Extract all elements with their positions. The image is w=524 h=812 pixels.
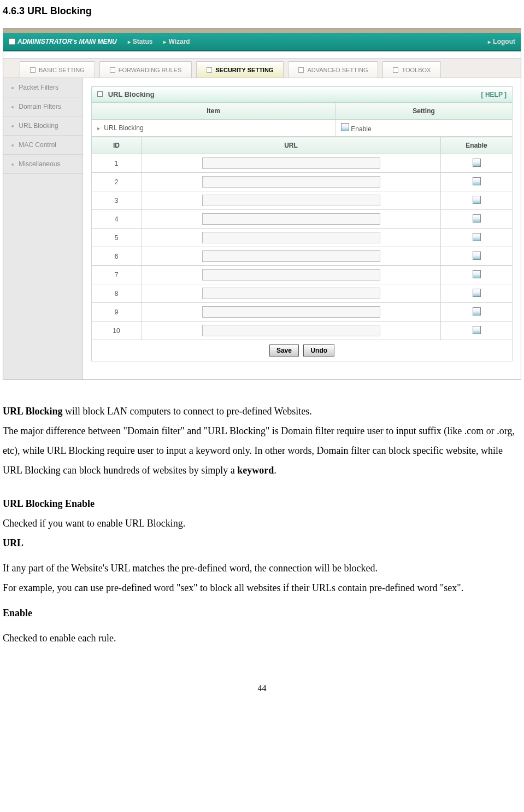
rule-row: 9: [92, 303, 513, 322]
bullet-icon: [11, 144, 14, 147]
sidebar-item-url-blocking[interactable]: URL Blocking: [3, 116, 83, 136]
col-id: ID: [92, 137, 142, 154]
rule-url-cell: [142, 284, 441, 303]
page-heading: 4.6.3 URL Blocking: [0, 0, 524, 22]
rule-id: 3: [92, 191, 142, 210]
enable-checkbox[interactable]: [473, 307, 481, 316]
main-menu-title: ADMINISTRATOR's MAIN MENU: [9, 38, 117, 45]
enable-checkbox[interactable]: [473, 214, 481, 223]
rule-enable-cell: [441, 154, 513, 173]
page-number: 44: [0, 684, 524, 693]
enable-checkbox[interactable]: [473, 289, 481, 297]
enable-checkbox[interactable]: [473, 326, 481, 334]
save-button[interactable]: Save: [269, 344, 299, 357]
url-input[interactable]: [202, 195, 380, 206]
tab-bar: BASIC SETTING FORWARDING RULES SECURITY …: [3, 58, 521, 78]
sidebar-item-mac-control[interactable]: MAC Control: [3, 136, 83, 155]
rule-id: 2: [92, 173, 142, 191]
rule-row: 6: [92, 247, 513, 266]
enable-checkbox[interactable]: [341, 123, 349, 131]
url-input[interactable]: [202, 157, 380, 169]
menu-wizard[interactable]: ▸ Wizard: [163, 38, 190, 45]
sidebar-item-miscellaneous[interactable]: Miscellaneous: [3, 155, 83, 174]
tab-icon: [110, 67, 115, 73]
rule-url-cell: [142, 229, 441, 247]
menu-logout[interactable]: ▸ Logout: [488, 38, 515, 45]
documentation-text: URL Blocking will block LAN computers to…: [0, 396, 524, 667]
tab-forwarding-rules[interactable]: FORWARDING RULES: [99, 61, 192, 78]
settings-table: Item Setting ▸ URL Blocking Enable: [91, 102, 513, 137]
enable-checkbox[interactable]: [473, 177, 481, 185]
rule-row: 1: [92, 154, 513, 173]
sidebar: Packet Filters Domain Filters URL Blocki…: [3, 78, 83, 379]
sidebar-item-domain-filters[interactable]: Domain Filters: [3, 97, 83, 116]
url-input[interactable]: [202, 213, 380, 225]
rule-url-cell: [142, 322, 441, 340]
url-input[interactable]: [202, 176, 380, 188]
rule-enable-cell: [441, 284, 513, 303]
enable-checkbox[interactable]: [473, 270, 481, 278]
tab-security-setting[interactable]: SECURITY SETTING: [196, 61, 284, 78]
rule-row: 8: [92, 284, 513, 303]
button-row: Save Undo: [91, 340, 513, 361]
arrow-icon: ▸: [163, 39, 166, 45]
url-input[interactable]: [202, 232, 380, 243]
rule-id: 5: [92, 229, 142, 247]
tab-icon: [207, 67, 212, 73]
enable-checkbox[interactable]: [473, 233, 481, 241]
enable-label: Enable: [351, 125, 371, 133]
tab-toolbox[interactable]: TOOLBOX: [382, 61, 441, 78]
rule-url-cell: [142, 154, 441, 173]
rule-enable-cell: [441, 247, 513, 266]
url-input[interactable]: [202, 306, 380, 318]
rule-id: 6: [92, 247, 142, 266]
url-blocking-row-label: ▸ URL Blocking: [92, 120, 335, 137]
rule-enable-cell: [441, 303, 513, 322]
content-panel: URL Blocking [ HELP ] Item Setting ▸ URL…: [83, 78, 521, 379]
tab-basic-setting[interactable]: BASIC SETTING: [20, 61, 95, 78]
sidebar-item-packet-filters[interactable]: Packet Filters: [3, 78, 83, 97]
url-rules-table: ID URL Enable 12345678910: [91, 137, 513, 340]
rule-row: 3: [92, 191, 513, 210]
url-input[interactable]: [202, 250, 380, 262]
main-menu-bar: ADMINISTRATOR's MAIN MENU ▸ Status ▸ Wiz…: [3, 33, 521, 51]
enable-checkbox[interactable]: [473, 252, 481, 260]
url-input[interactable]: [202, 325, 380, 336]
arrow-icon: ▸: [488, 39, 491, 45]
col-enable: Enable: [441, 137, 513, 154]
tab-icon: [30, 67, 36, 73]
url-input[interactable]: [202, 269, 380, 281]
bullet-icon: [11, 125, 14, 127]
rule-url-cell: [142, 247, 441, 266]
enable-checkbox[interactable]: [473, 159, 481, 167]
tab-icon: [393, 67, 398, 73]
undo-button[interactable]: Undo: [303, 344, 334, 357]
arrow-icon: ▸: [128, 39, 131, 45]
rule-enable-cell: [441, 229, 513, 247]
enable-checkbox[interactable]: [473, 196, 481, 204]
rule-id: 1: [92, 154, 142, 173]
bullet-icon: [11, 106, 14, 108]
rule-url-cell: [142, 210, 441, 229]
rule-row: 10: [92, 322, 513, 340]
menu-icon: [9, 38, 15, 45]
url-input[interactable]: [202, 288, 380, 299]
help-link[interactable]: [ HELP ]: [481, 91, 507, 98]
rule-enable-cell: [441, 173, 513, 191]
rule-id: 4: [92, 210, 142, 229]
panel-title: URL Blocking: [108, 90, 155, 98]
rule-id: 9: [92, 303, 142, 322]
menu-status[interactable]: ▸ Status: [128, 38, 153, 45]
rule-row: 4: [92, 210, 513, 229]
rule-row: 7: [92, 266, 513, 284]
rule-url-cell: [142, 266, 441, 284]
rule-row: 5: [92, 229, 513, 247]
window-titlebar: [3, 28, 521, 33]
col-setting: Setting: [335, 103, 513, 120]
col-item: Item: [92, 103, 335, 120]
tab-advanced-setting[interactable]: ADVANCED SETTING: [288, 61, 378, 78]
rule-id: 8: [92, 284, 142, 303]
arrow-icon: ▸: [97, 125, 100, 131]
rule-enable-cell: [441, 191, 513, 210]
rule-id: 7: [92, 266, 142, 284]
